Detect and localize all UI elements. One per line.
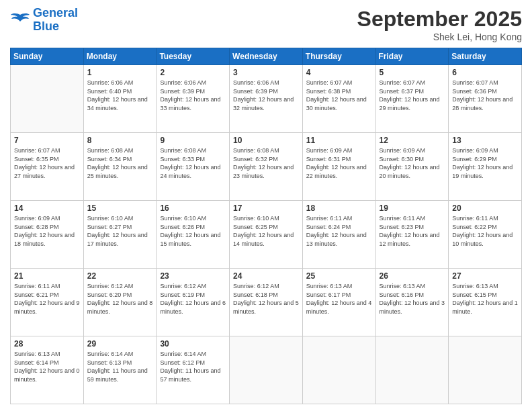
sunset-text: Sunset: 6:13 PM — [87, 359, 153, 367]
sunrise-text: Sunrise: 6:13 AM — [14, 350, 80, 359]
calendar-cell: 20Sunrise: 6:11 AMSunset: 6:22 PMDayligh… — [449, 201, 522, 269]
calendar-cell: 21Sunrise: 6:11 AMSunset: 6:21 PMDayligh… — [11, 269, 84, 336]
sunrise-text: Sunrise: 6:10 AM — [233, 214, 299, 223]
daylight-text: Daylight: 12 hours and 25 minutes. — [87, 163, 153, 180]
logo-text-general: General — [33, 7, 78, 20]
day-number: 2 — [160, 68, 226, 77]
day-number: 15 — [87, 203, 153, 213]
sunset-text: Sunset: 6:15 PM — [452, 291, 518, 300]
calendar-cell: 7Sunrise: 6:07 AMSunset: 6:35 PMDaylight… — [11, 133, 84, 201]
header: General Blue September 2025 Shek Lei, Ho… — [10, 7, 522, 42]
day-number: 20 — [452, 203, 518, 213]
day-number: 12 — [380, 136, 445, 145]
calendar-cell: 22Sunrise: 6:12 AMSunset: 6:20 PMDayligh… — [83, 269, 157, 336]
calendar-cell: 12Sunrise: 6:09 AMSunset: 6:30 PMDayligh… — [375, 133, 449, 201]
daylight-text: Daylight: 12 hours and 32 minutes. — [233, 95, 299, 112]
calendar-week-3: 21Sunrise: 6:11 AMSunset: 6:21 PMDayligh… — [11, 269, 522, 336]
daylight-text: Daylight: 12 hours and 8 minutes. — [87, 299, 153, 316]
day-info: Sunrise: 6:07 AMSunset: 6:38 PMDaylight:… — [306, 79, 372, 112]
day-number: 30 — [160, 339, 226, 349]
day-info: Sunrise: 6:12 AMSunset: 6:20 PMDaylight:… — [87, 282, 153, 316]
sunrise-text: Sunrise: 6:07 AM — [306, 79, 372, 87]
day-number: 4 — [306, 68, 372, 77]
daylight-text: Daylight: 12 hours and 33 minutes. — [160, 95, 226, 112]
day-info: Sunrise: 6:07 AMSunset: 6:35 PMDaylight:… — [14, 146, 80, 180]
sunset-text: Sunset: 6:23 PM — [380, 223, 445, 232]
logo: General Blue — [10, 7, 78, 34]
sunset-text: Sunset: 6:28 PM — [14, 223, 80, 232]
calendar-cell — [11, 65, 84, 133]
sunset-text: Sunset: 6:40 PM — [87, 87, 153, 96]
day-info: Sunrise: 6:10 AMSunset: 6:27 PMDaylight:… — [87, 214, 153, 248]
sunrise-text: Sunrise: 6:08 AM — [233, 146, 299, 155]
sunrise-text: Sunrise: 6:08 AM — [160, 146, 226, 155]
day-info: Sunrise: 6:06 AMSunset: 6:39 PMDaylight:… — [160, 79, 226, 112]
daylight-text: Daylight: 12 hours and 13 minutes. — [306, 231, 372, 248]
sunset-text: Sunset: 6:22 PM — [452, 223, 518, 232]
sunset-text: Sunset: 6:14 PM — [14, 359, 80, 367]
calendar-cell: 26Sunrise: 6:13 AMSunset: 6:16 PMDayligh… — [375, 269, 449, 336]
header-monday: Monday — [83, 48, 157, 65]
day-info: Sunrise: 6:13 AMSunset: 6:15 PMDaylight:… — [452, 282, 518, 316]
day-number: 1 — [87, 68, 153, 77]
calendar-cell: 29Sunrise: 6:14 AMSunset: 6:13 PMDayligh… — [83, 336, 157, 404]
day-info: Sunrise: 6:13 AMSunset: 6:16 PMDaylight:… — [380, 282, 445, 316]
daylight-text: Daylight: 12 hours and 15 minutes. — [160, 231, 226, 248]
daylight-text: Daylight: 12 hours and 4 minutes. — [306, 299, 372, 316]
calendar-week-2: 14Sunrise: 6:09 AMSunset: 6:28 PMDayligh… — [11, 201, 522, 269]
calendar-week-4: 28Sunrise: 6:13 AMSunset: 6:14 PMDayligh… — [11, 336, 522, 404]
day-info: Sunrise: 6:11 AMSunset: 6:22 PMDaylight:… — [452, 214, 518, 248]
calendar-cell: 30Sunrise: 6:14 AMSunset: 6:12 PMDayligh… — [157, 336, 230, 404]
daylight-text: Daylight: 12 hours and 22 minutes. — [306, 163, 372, 180]
sunrise-text: Sunrise: 6:10 AM — [87, 214, 153, 223]
sunset-text: Sunset: 6:27 PM — [87, 223, 153, 232]
calendar-cell — [230, 336, 303, 404]
sunrise-text: Sunrise: 6:10 AM — [160, 214, 226, 223]
day-info: Sunrise: 6:09 AMSunset: 6:31 PMDaylight:… — [306, 146, 372, 180]
day-info: Sunrise: 6:09 AMSunset: 6:30 PMDaylight:… — [380, 146, 445, 180]
daylight-text: Daylight: 12 hours and 9 minutes. — [14, 299, 80, 316]
sunset-text: Sunset: 6:19 PM — [160, 291, 226, 300]
day-info: Sunrise: 6:10 AMSunset: 6:26 PMDaylight:… — [160, 214, 226, 248]
sunrise-text: Sunrise: 6:11 AM — [306, 214, 372, 223]
sunset-text: Sunset: 6:16 PM — [380, 291, 445, 300]
sunrise-text: Sunrise: 6:09 AM — [306, 146, 372, 155]
header-wednesday: Wednesday — [230, 48, 303, 65]
day-info: Sunrise: 6:08 AMSunset: 6:34 PMDaylight:… — [87, 146, 153, 180]
day-info: Sunrise: 6:14 AMSunset: 6:13 PMDaylight:… — [87, 350, 153, 383]
calendar-week-0: 1Sunrise: 6:06 AMSunset: 6:40 PMDaylight… — [11, 65, 522, 133]
daylight-text: Daylight: 12 hours and 1 minute. — [452, 299, 518, 316]
calendar-cell: 2Sunrise: 6:06 AMSunset: 6:39 PMDaylight… — [157, 65, 230, 133]
calendar-week-1: 7Sunrise: 6:07 AMSunset: 6:35 PMDaylight… — [11, 133, 522, 201]
calendar-cell: 19Sunrise: 6:11 AMSunset: 6:23 PMDayligh… — [375, 201, 449, 269]
day-number: 28 — [14, 339, 80, 349]
day-info: Sunrise: 6:08 AMSunset: 6:33 PMDaylight:… — [160, 146, 226, 180]
daylight-text: Daylight: 12 hours and 34 minutes. — [87, 95, 153, 112]
day-number: 10 — [233, 136, 299, 145]
daylight-text: Daylight: 12 hours and 23 minutes. — [233, 163, 299, 180]
sunset-text: Sunset: 6:39 PM — [160, 87, 226, 96]
day-number: 18 — [306, 203, 372, 213]
header-tuesday: Tuesday — [157, 48, 230, 65]
sunrise-text: Sunrise: 6:07 AM — [14, 146, 80, 155]
sunrise-text: Sunrise: 6:13 AM — [452, 282, 518, 291]
daylight-text: Daylight: 12 hours and 24 minutes. — [160, 163, 226, 180]
logo-icon — [10, 12, 30, 28]
day-info: Sunrise: 6:09 AMSunset: 6:29 PMDaylight:… — [452, 146, 518, 180]
day-number: 9 — [160, 136, 226, 145]
sunset-text: Sunset: 6:20 PM — [87, 291, 153, 300]
calendar-table: Sunday Monday Tuesday Wednesday Thursday… — [10, 48, 522, 404]
daylight-text: Daylight: 12 hours and 12 minutes. — [380, 231, 445, 248]
day-info: Sunrise: 6:14 AMSunset: 6:12 PMDaylight:… — [160, 350, 226, 383]
calendar-cell: 13Sunrise: 6:09 AMSunset: 6:29 PMDayligh… — [449, 133, 522, 201]
day-info: Sunrise: 6:11 AMSunset: 6:23 PMDaylight:… — [380, 214, 445, 248]
day-number: 13 — [452, 136, 518, 145]
sunset-text: Sunset: 6:17 PM — [306, 291, 372, 300]
sunset-text: Sunset: 6:31 PM — [306, 155, 372, 164]
daylight-text: Daylight: 12 hours and 17 minutes. — [87, 231, 153, 248]
weekday-header-row: Sunday Monday Tuesday Wednesday Thursday… — [11, 48, 522, 65]
day-info: Sunrise: 6:12 AMSunset: 6:19 PMDaylight:… — [160, 282, 226, 316]
sunrise-text: Sunrise: 6:07 AM — [380, 79, 445, 87]
day-info: Sunrise: 6:09 AMSunset: 6:28 PMDaylight:… — [14, 214, 80, 248]
month-title: September 2025 — [357, 7, 522, 32]
